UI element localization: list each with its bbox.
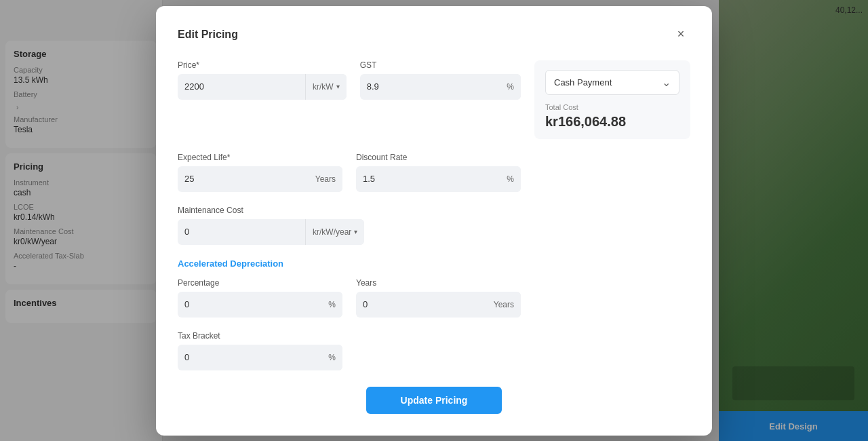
maintenance-cost-unit-label: kr/kW/year (313, 227, 351, 237)
total-cost-label: Total Cost (545, 103, 679, 111)
row-maintenance: Maintenance Cost kr/kW/year ▾ (178, 206, 690, 245)
years-label: Years (356, 278, 521, 288)
years-input-wrapper: Years (356, 292, 521, 318)
payment-method-label: Cash Payment (554, 77, 612, 88)
gst-label: GST (360, 60, 521, 70)
discount-rate-input-wrapper: % (356, 166, 521, 192)
gst-unit: % (500, 74, 521, 100)
years-group: Years Years (356, 278, 521, 318)
discount-rate-unit: % (500, 166, 521, 192)
gst-input[interactable] (360, 81, 500, 92)
maintenance-cost-unit-chevron-icon: ▾ (354, 228, 357, 235)
price-group: Price* kr/kW ▾ (178, 60, 347, 100)
accelerated-depreciation-title: Accelerated Depreciation (178, 258, 690, 269)
price-label: Price* (178, 60, 347, 70)
price-input-wrapper: kr/kW ▾ (178, 74, 347, 100)
maintenance-cost-input[interactable] (178, 227, 305, 237)
expected-life-unit: Years (309, 166, 342, 192)
modal-title: Edit Pricing (178, 28, 238, 41)
tax-bracket-unit: % (321, 345, 342, 370)
edit-pricing-modal: Edit Pricing × Price* kr/kW ▾ GST % (156, 6, 712, 436)
price-unit-chevron-icon: ▾ (336, 83, 340, 90)
expected-life-label: Expected Life* (178, 153, 342, 162)
percentage-input-wrapper: % (178, 292, 342, 318)
years-input[interactable] (356, 299, 487, 309)
payment-section: Cash Payment ⌄ Total Cost kr166,064.88 (534, 60, 690, 139)
tax-bracket-input[interactable] (178, 352, 321, 362)
payment-method-dropdown[interactable]: Cash Payment ⌄ (545, 70, 679, 95)
payment-chevron-down-icon: ⌄ (662, 76, 671, 89)
percentage-label: Percentage (178, 278, 342, 288)
tax-bracket-group: Tax Bracket % (178, 331, 342, 370)
percentage-input[interactable] (178, 299, 321, 309)
maintenance-cost-unit-dropdown[interactable]: kr/kW/year ▾ (305, 219, 364, 245)
tax-bracket-label: Tax Bracket (178, 331, 342, 341)
percentage-group: Percentage % (178, 278, 342, 318)
row-tax-bracket: Tax Bracket % (178, 331, 690, 370)
row-life-discount: Expected Life* Years Discount Rate % (178, 153, 690, 192)
price-unit-label: kr/kW (313, 82, 334, 92)
close-button[interactable]: × (671, 25, 690, 44)
expected-life-input-wrapper: Years (178, 166, 342, 192)
years-unit: Years (487, 292, 521, 318)
gst-input-wrapper: % (360, 74, 521, 100)
discount-rate-group: Discount Rate % (356, 153, 521, 192)
maintenance-cost-input-wrapper: kr/kW/year ▾ (178, 219, 364, 245)
expected-life-input[interactable] (178, 174, 309, 184)
modal-header: Edit Pricing × (178, 25, 690, 44)
row-percentage-years: Percentage % Years Years (178, 278, 690, 318)
price-input[interactable] (178, 81, 305, 92)
maintenance-cost-group: Maintenance Cost kr/kW/year ▾ (178, 206, 364, 245)
discount-rate-input[interactable] (356, 174, 500, 184)
price-unit-dropdown[interactable]: kr/kW ▾ (305, 74, 347, 100)
tax-bracket-input-wrapper: % (178, 345, 342, 370)
expected-life-group: Expected Life* Years (178, 153, 342, 192)
update-pricing-button[interactable]: Update Pricing (366, 387, 502, 414)
modal-overlay: Edit Pricing × Price* kr/kW ▾ GST % (0, 0, 868, 441)
accelerated-depreciation-section: Accelerated Depreciation Percentage % Ye… (178, 258, 690, 370)
total-cost-value: kr166,064.88 (545, 114, 679, 130)
row-price-gst-payment: Price* kr/kW ▾ GST % Cash Pay (178, 60, 690, 139)
discount-rate-label: Discount Rate (356, 153, 521, 162)
maintenance-cost-modal-label: Maintenance Cost (178, 206, 364, 215)
percentage-unit: % (321, 292, 342, 318)
gst-group: GST % (360, 60, 521, 100)
